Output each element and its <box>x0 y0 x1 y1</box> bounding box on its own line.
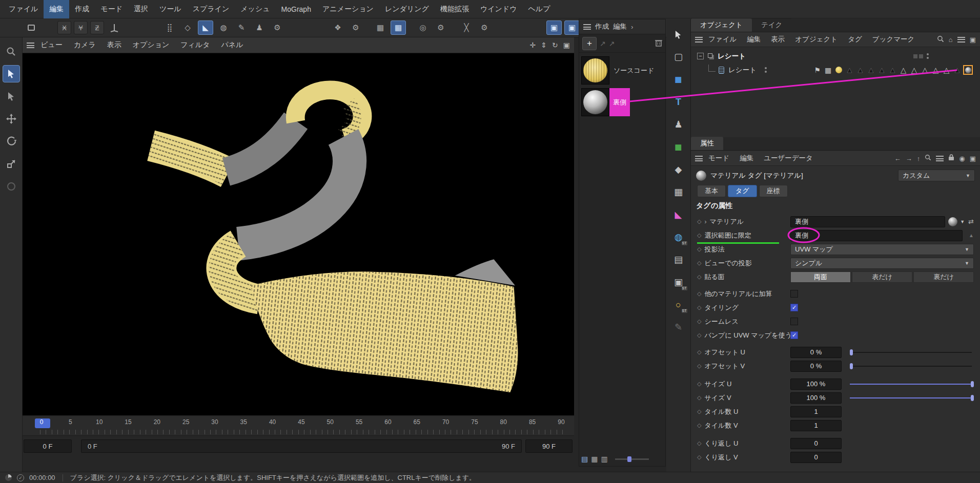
texture-tag-backside-selected-icon[interactable] <box>963 65 973 75</box>
parent-icon[interactable]: ↑ <box>917 155 921 162</box>
spline-primitive-icon[interactable]: ▢ <box>670 48 687 66</box>
focus-icon[interactable]: ◉ <box>959 155 965 162</box>
om-menu-tags[interactable]: タグ <box>843 35 867 44</box>
deformer-cage-icon[interactable]: ▦ <box>670 183 687 201</box>
seamless-checkbox[interactable] <box>790 318 798 325</box>
polygon-modeling-icon[interactable]: ◣ <box>670 206 687 223</box>
vp-menu-panel[interactable]: パネル <box>216 40 249 50</box>
om-menu-file[interactable]: ファイル <box>704 35 741 44</box>
tiles-u-field[interactable]: 1 <box>790 406 842 417</box>
menu-item-spline[interactable]: スプライン <box>187 0 235 18</box>
size-v-slider[interactable] <box>850 392 974 404</box>
tab-attributes[interactable]: 属性 <box>691 137 723 150</box>
history-back-icon[interactable]: ← <box>894 155 901 162</box>
menu-item-create[interactable]: 作成 <box>69 0 95 18</box>
attr-menu-userdata[interactable]: ユーザーデータ <box>759 154 818 163</box>
offset-u-slider[interactable] <box>850 347 974 358</box>
side-back-button[interactable]: 裏だけ <box>913 271 974 283</box>
grid-view-icon[interactable]: ▦ <box>591 455 598 463</box>
menu-item-mograph[interactable]: MoGraph <box>276 0 317 18</box>
text-object-icon[interactable]: T <box>670 93 687 111</box>
material-menu-create[interactable]: 作成 <box>595 22 609 31</box>
size-u-field[interactable]: 100 % <box>790 379 842 390</box>
timeline-range-bar[interactable]: 0 F 90 F <box>81 439 522 453</box>
material-menu-overflow-chevron[interactable]: › <box>631 23 634 31</box>
workplane-gear-icon[interactable]: ⚙ <box>433 20 448 35</box>
move-tool-icon[interactable] <box>3 110 20 128</box>
rotate-view-icon[interactable]: ↻ <box>552 41 558 49</box>
volume-object-icon[interactable]: ◆ <box>670 161 687 178</box>
thumbnail-size-slider[interactable] <box>615 458 649 460</box>
snap-tool-icon[interactable]: ❖ <box>330 20 345 35</box>
character-object-icon[interactable]: ♟ <box>670 116 687 133</box>
offset-v-field[interactable]: 0 % <box>790 361 842 372</box>
grid-snap-enabled-icon[interactable]: ▦ <box>391 20 406 35</box>
vp-menu-filter[interactable]: フィルタ <box>175 40 215 50</box>
visibility-toggles[interactable] <box>913 53 929 59</box>
world-axis-icon[interactable] <box>107 20 122 35</box>
snap-settings-gear-icon[interactable]: ⚙ <box>348 20 363 35</box>
om-search-icon[interactable] <box>937 35 944 44</box>
history-forward-icon[interactable]: → <box>906 155 912 162</box>
object-row-child[interactable]: レシート ⚑ ▦ ▲ ▲ ▲ ▲ ▲ △ △ △ △ △ ▲ <box>691 63 980 77</box>
attr-filter-icon[interactable] <box>936 156 944 161</box>
delete-material-icon[interactable] <box>655 39 662 48</box>
side-both-button[interactable]: 両面 <box>790 271 851 283</box>
om-home-icon[interactable]: ⌂ <box>949 36 953 44</box>
view-projection-dropdown[interactable]: シンプル▼ <box>790 258 974 269</box>
visibility-toggles[interactable] <box>765 67 767 73</box>
selection-tag-icon[interactable]: ▲ <box>952 65 962 75</box>
attr-burger-icon[interactable] <box>695 156 703 161</box>
material-burger-icon[interactable] <box>583 24 591 30</box>
scale-tool-icon[interactable] <box>3 155 20 173</box>
axis-lock-z-button[interactable]: Z <box>90 21 104 34</box>
detail-view-icon[interactable]: ▥ <box>601 455 607 463</box>
polygon-mode-icon[interactable]: ◣ <box>198 20 213 35</box>
offset-u-field[interactable]: 0 % <box>790 347 842 358</box>
texture-mode-icon[interactable]: ◍ <box>216 20 231 35</box>
menu-item-help[interactable]: ヘルプ <box>523 0 556 18</box>
tab-basic[interactable]: 基本 <box>697 185 726 197</box>
tweak-mode-icon[interactable]: ✎ <box>234 20 249 35</box>
material-arrow2-icon[interactable]: ↗ <box>609 39 615 48</box>
axis-lock-x-button[interactable]: X <box>57 21 71 34</box>
edge-mode-icon[interactable]: ◇ <box>180 20 195 35</box>
live-selection-tool-icon[interactable] <box>3 65 20 82</box>
menu-item-tools[interactable]: ツール <box>154 0 187 18</box>
axis-lock-y-button[interactable]: Y <box>74 21 88 34</box>
menu-item-window[interactable]: ウインドウ <box>475 0 523 18</box>
tab-objects[interactable]: オブジェクト <box>691 18 752 32</box>
size-u-slider[interactable] <box>850 379 974 390</box>
viewport-canvas[interactable] <box>23 53 574 415</box>
selection-tag-icon[interactable]: ▲ <box>855 65 865 75</box>
selection-tag-icon[interactable]: △ <box>899 65 908 75</box>
vp-menu-display[interactable]: 表示 <box>102 40 127 50</box>
selection-tool-icon[interactable] <box>3 88 20 105</box>
tab-tag[interactable]: タグ <box>728 185 757 197</box>
om-burger-icon[interactable] <box>695 37 703 43</box>
workplane-icon[interactable]: ◎ <box>415 20 431 35</box>
selection-tag-icon[interactable]: ▲ <box>866 65 876 75</box>
selection-tag-icon[interactable]: △ <box>909 65 919 75</box>
zoom-view-icon[interactable]: ⇕ <box>541 41 547 49</box>
menu-item-file[interactable]: ファイル <box>3 0 44 18</box>
attr-search-icon[interactable] <box>925 154 931 162</box>
viewport-burger-icon[interactable] <box>27 43 34 48</box>
repeat-v-field[interactable]: 0 <box>790 452 842 463</box>
expander-icon[interactable] <box>697 53 704 59</box>
chevron-right-icon[interactable]: › <box>704 218 706 225</box>
selection-tag-icon[interactable]: ▲ <box>888 65 897 75</box>
uvw-tag-icon[interactable]: ▦ <box>823 65 833 75</box>
selection-tag-icon[interactable]: △ <box>942 65 951 75</box>
material-name-selected[interactable]: 裏側 <box>609 88 630 116</box>
camera-stage-icon[interactable]: ▤ <box>670 251 687 268</box>
pick-material-icon[interactable]: ⇄ <box>968 218 974 225</box>
add-material-checkbox[interactable] <box>790 290 798 298</box>
projection-dropdown[interactable]: UVW マップ▼ <box>790 244 974 255</box>
vp-menu-camera[interactable]: カメラ <box>69 40 101 50</box>
selection-tag-icon[interactable]: △ <box>920 65 930 75</box>
menu-item-mode[interactable]: モード <box>95 0 128 18</box>
material-item-back-side[interactable]: 裏側 <box>581 88 665 116</box>
tiling-checkbox[interactable] <box>790 304 798 311</box>
current-frame-field[interactable]: 0 F <box>24 439 72 453</box>
